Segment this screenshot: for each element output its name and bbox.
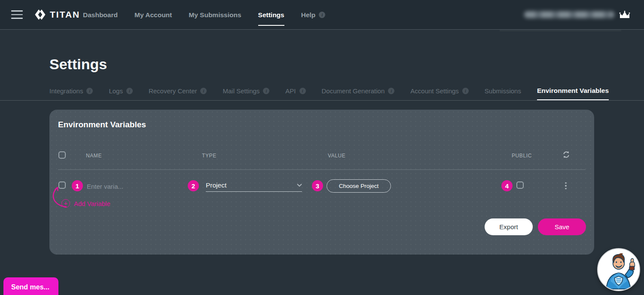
annotation-badge-1: 1 xyxy=(72,180,83,191)
mascot-character-illustration xyxy=(598,249,639,290)
plus-circle-icon: + xyxy=(61,199,70,208)
column-header-type: TYPE xyxy=(202,153,217,159)
panel-title: Environment Variables xyxy=(58,120,146,129)
nav-my-account[interactable]: My Account xyxy=(134,0,172,30)
chevron-down-icon xyxy=(297,184,302,187)
tab-logs[interactable]: Logsi xyxy=(109,87,133,95)
public-checkbox[interactable] xyxy=(516,181,524,189)
annotation-badge-3: 3 xyxy=(312,180,323,191)
add-variable-label: Add Variable xyxy=(74,200,110,207)
assistant-mascot-avatar[interactable] xyxy=(597,248,640,291)
variable-row: 1 2 Project 3 Choose Project 4 xyxy=(58,178,586,195)
nav-help[interactable]: Help i xyxy=(301,0,326,30)
top-navigation-bar: TITAN Dashboard My Account My Submission… xyxy=(0,0,644,30)
main-nav: Dashboard My Account My Submissions Sett… xyxy=(83,0,325,30)
premium-crown-icon xyxy=(619,11,630,18)
table-header-divider xyxy=(58,169,586,170)
add-variable-button[interactable]: + Add Variable xyxy=(61,199,110,208)
tab-account-settings[interactable]: Account Settingsi xyxy=(410,87,469,95)
brand-name: TITAN xyxy=(50,9,80,20)
nav-my-submissions[interactable]: My Submissions xyxy=(189,0,241,30)
type-select-value: Project xyxy=(206,181,226,189)
tab-integrations[interactable]: Integrationsi xyxy=(49,87,93,95)
nav-dashboard[interactable]: Dashboard xyxy=(83,0,118,30)
export-button[interactable]: Export xyxy=(485,218,533,235)
tab-document-generation[interactable]: Document Generationi xyxy=(322,87,395,95)
column-header-name: NAME xyxy=(86,153,102,159)
titan-logo-icon xyxy=(34,9,46,20)
save-button[interactable]: Save xyxy=(538,218,586,235)
info-icon[interactable]: i xyxy=(86,88,93,94)
annotation-badge-2: 2 xyxy=(188,180,199,191)
send-message-button[interactable]: Send mes... xyxy=(3,277,58,295)
variable-name-input[interactable] xyxy=(87,181,164,191)
tab-submissions[interactable]: Submissions xyxy=(485,87,521,95)
page-title: Settings xyxy=(49,56,107,73)
refresh-icon[interactable] xyxy=(562,150,571,160)
tab-api[interactable]: APIi xyxy=(285,87,305,95)
info-icon[interactable]: i xyxy=(200,88,207,94)
hamburger-menu-icon[interactable] xyxy=(11,10,23,19)
row-menu-kebab-icon[interactable] xyxy=(562,181,570,191)
tab-environment-variables[interactable]: Environment Variables xyxy=(537,87,609,95)
info-icon[interactable]: i xyxy=(263,88,269,94)
info-icon[interactable]: i xyxy=(462,88,469,94)
help-info-icon[interactable]: i xyxy=(319,12,325,18)
settings-tabs: Integrationsi Logsi Recovery Centeri Mai… xyxy=(49,85,609,97)
select-all-checkbox[interactable] xyxy=(58,151,66,159)
table-header: NAME TYPE VALUE PUBLIC xyxy=(58,151,586,160)
row-checkbox[interactable] xyxy=(58,181,66,189)
user-email-redacted[interactable] xyxy=(524,11,614,18)
info-icon[interactable]: i xyxy=(388,88,394,94)
choose-project-button[interactable]: Choose Project xyxy=(327,179,391,193)
brand-logo[interactable]: TITAN xyxy=(34,9,80,20)
titan-settings-page: { "header": { "brand": "TITAN", "nav": [… xyxy=(0,0,644,295)
column-header-value: VALUE xyxy=(328,153,345,159)
annotation-badge-4: 4 xyxy=(501,180,513,191)
variable-type-select[interactable]: Project xyxy=(206,179,302,192)
environment-variables-panel: Environment Variables NAME TYPE VALUE PU… xyxy=(49,110,594,255)
tab-recovery-center[interactable]: Recovery Centeri xyxy=(149,87,207,95)
info-icon[interactable]: i xyxy=(299,88,306,94)
info-icon[interactable]: i xyxy=(126,88,133,94)
nav-settings[interactable]: Settings xyxy=(258,0,284,30)
tab-mail-settings[interactable]: Mail Settingsi xyxy=(223,87,269,95)
column-header-public: PUBLIC xyxy=(512,153,532,159)
tabs-divider xyxy=(0,100,644,101)
